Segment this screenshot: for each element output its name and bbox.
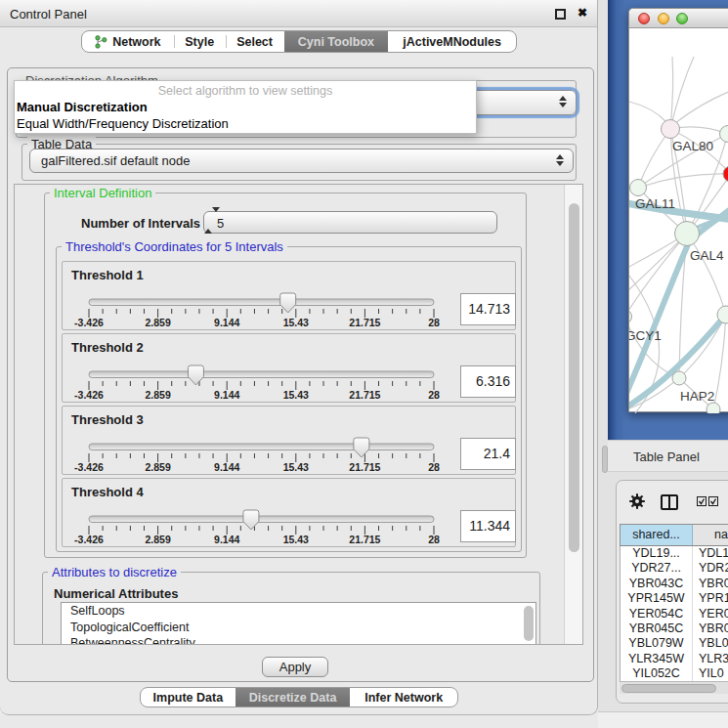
table-toolbar: [617, 481, 728, 524]
settings-scrollbar[interactable]: [564, 185, 582, 644]
interval-definition-group-title: Interval Definition: [50, 186, 155, 200]
attributes-list-scrollbar[interactable]: [524, 606, 534, 641]
tab-cyni-toolbox[interactable]: Cyni Toolbox: [284, 31, 389, 52]
bottom-tab-bar: Impute DataDiscretize DataInfer Network: [140, 687, 458, 707]
network-node-gal4[interactable]: [675, 222, 700, 246]
attribute-item[interactable]: BetweennessCentrality: [62, 635, 535, 645]
tab-infer-network[interactable]: Infer Network: [350, 688, 457, 707]
gear-icon[interactable]: [629, 493, 645, 509]
network-node-label: GCY1: [629, 328, 662, 343]
numerical-attributes-list[interactable]: SelfLoopsTopologicalCoefficientBetweenne…: [61, 602, 536, 645]
attribute-item[interactable]: SelfLoops: [62, 603, 535, 620]
network-view[interactable]: GAL80G.CGAL11GAL4GCY1HHAP2: [629, 29, 728, 413]
cell-shared-name: YLR345W: [621, 652, 693, 666]
tick-label: 9.144: [197, 317, 256, 328]
table-header-name[interactable]: na: [693, 525, 728, 545]
tick-label: 21.715: [335, 534, 394, 545]
table-panel-title: Table Panel: [633, 450, 700, 464]
control-panel-window: Control Panel ✖ NetworkStyleSelectCyni T…: [0, 0, 598, 715]
network-node[interactable]: [707, 403, 720, 413]
network-node-g.[interactable]: [720, 126, 728, 143]
network-node-hap2[interactable]: [672, 371, 686, 385]
attributes-group-title: Attributes to discretize: [48, 565, 181, 579]
network-edge[interactable]: [675, 88, 728, 123]
status-strip: [598, 711, 728, 728]
table-hscrollbar[interactable]: [620, 681, 728, 694]
cell-shared-name: YBR043C: [621, 577, 693, 591]
slider-thumb[interactable]: [354, 438, 369, 457]
number-of-intervals-label: Number of Intervals: [81, 217, 200, 231]
table-row[interactable]: YPR145WYPR1: [621, 591, 728, 606]
cell-shared-name: YDR27...: [621, 561, 693, 576]
table-row[interactable]: YBR045CYBR0: [621, 621, 728, 636]
network-edge[interactable]: [629, 102, 666, 122]
table-row[interactable]: YIL052CYIL0: [621, 666, 728, 681]
table-row[interactable]: YBR043CYBR0: [621, 577, 728, 591]
slider-thumb[interactable]: [243, 510, 259, 530]
attribute-item[interactable]: TopologicalCoefficient: [62, 620, 535, 636]
table-row[interactable]: YDR27...YDR2: [621, 561, 728, 576]
network-node-c[interactable]: [723, 166, 728, 182]
tick-label: 2.859: [129, 534, 188, 545]
tick-label: 15.43: [267, 389, 325, 401]
table-row[interactable]: YDL19...YDL1: [621, 546, 728, 561]
number-of-intervals-value: 5: [217, 216, 224, 231]
tick-label: 15.43: [267, 461, 325, 473]
table-row[interactable]: YLR345WYLR3: [621, 652, 728, 666]
network-node-label: HAP2: [680, 389, 714, 404]
tab-style[interactable]: Style: [174, 31, 226, 52]
tick-label: 28: [405, 461, 463, 473]
tab-jactivemnodules[interactable]: jActiveMNodules: [388, 31, 516, 52]
table-header-shared[interactable]: shared...: [621, 525, 693, 545]
tab-select[interactable]: Select: [226, 31, 284, 52]
network-node-gal80[interactable]: [662, 120, 680, 139]
apply-button[interactable]: Apply: [262, 657, 328, 677]
algorithm-option-manual[interactable]: Manual Discretization: [17, 100, 148, 114]
network-edge[interactable]: [638, 129, 670, 188]
threshold-label: Threshold 4: [71, 485, 144, 499]
tick-label: 2.859: [129, 461, 188, 473]
cell-shared-name: YBR045C: [621, 621, 693, 636]
threshold-value-field[interactable]: 11.344: [460, 510, 516, 542]
algorithm-option-equal-width[interactable]: Equal Width/Frequency Discretization: [17, 116, 229, 131]
tab-network[interactable]: Network: [82, 31, 174, 52]
node-table: shared... na YDL19...YDL1YDR27...YDR2YBR…: [620, 524, 728, 681]
threshold-panel-2: Threshold 2-3.4262.8599.14415.4321.71528…: [62, 333, 516, 403]
threshold-panel-4: Threshold 4-3.4262.8599.14415.4321.71528…: [62, 478, 516, 547]
tab-discretize-data[interactable]: Discretize Data: [236, 688, 351, 707]
network-node-gcy1[interactable]: [629, 310, 632, 324]
table-panel-titlebar: Table Panel: [608, 440, 728, 472]
close-light[interactable]: [638, 13, 650, 24]
float-icon[interactable]: [555, 9, 566, 20]
split-divider-grip[interactable]: [602, 446, 608, 473]
zoom-light[interactable]: [676, 13, 688, 24]
attributes-group: Attributes to discretize Numerical Attri…: [42, 572, 540, 645]
combo-arrows-icon: [556, 154, 564, 166]
slider-thumb[interactable]: [188, 365, 203, 385]
threshold-panel-3: Threshold 3-3.4262.8599.14415.4321.71528…: [62, 406, 516, 475]
network-node-gal11[interactable]: [630, 180, 647, 196]
network-edge[interactable]: [687, 234, 726, 315]
close-icon[interactable]: ✖: [578, 6, 587, 20]
table-hscrollbar-thumb[interactable]: [621, 684, 716, 693]
threshold-value-field[interactable]: 21.4: [460, 438, 516, 470]
cyni-toolbox-panel: Discretization Algorithm Select algorith…: [7, 67, 594, 682]
table-row[interactable]: YER054CYER0: [621, 607, 728, 621]
threshold-label: Threshold 2: [71, 340, 144, 355]
threshold-value-field[interactable]: 14.713: [460, 293, 516, 325]
tab-impute-data[interactable]: Impute Data: [141, 688, 236, 707]
checkboxes-icon[interactable]: [697, 496, 718, 506]
split-columns-icon[interactable]: [661, 494, 678, 510]
tick-label: 28: [405, 389, 463, 401]
cell-shared-name: YER054C: [621, 607, 693, 621]
top-tab-bar: NetworkStyleSelectCyni ToolboxjActiveMNo…: [81, 30, 517, 53]
network-edge[interactable]: [629, 378, 679, 408]
number-of-intervals-spinner[interactable]: 5: [203, 211, 497, 234]
threshold-value-field[interactable]: 6.316: [460, 365, 516, 398]
minimize-light[interactable]: [658, 13, 669, 24]
table-data-combobox[interactable]: galFiltered.sif default node: [29, 149, 574, 173]
tick-label: 21.715: [335, 317, 394, 328]
table-row[interactable]: YBL079WYBL0: [621, 636, 728, 651]
settings-scrollbar-thumb[interactable]: [569, 203, 579, 552]
tick-label: 2.859: [129, 317, 188, 328]
